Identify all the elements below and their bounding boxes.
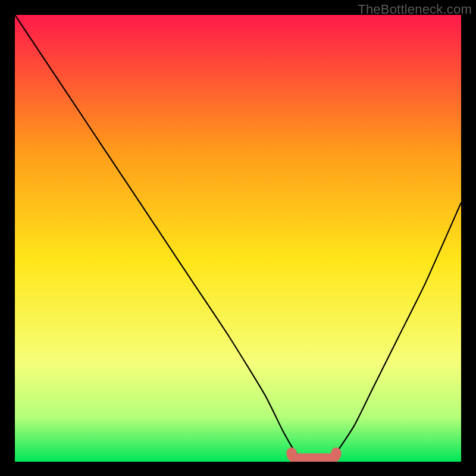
optimal-range-marker bbox=[292, 453, 336, 459]
plot-area bbox=[15, 15, 461, 462]
chart-container: TheBottleneck.com bbox=[0, 0, 476, 476]
chart-svg bbox=[15, 15, 461, 462]
gradient-background bbox=[15, 15, 461, 462]
